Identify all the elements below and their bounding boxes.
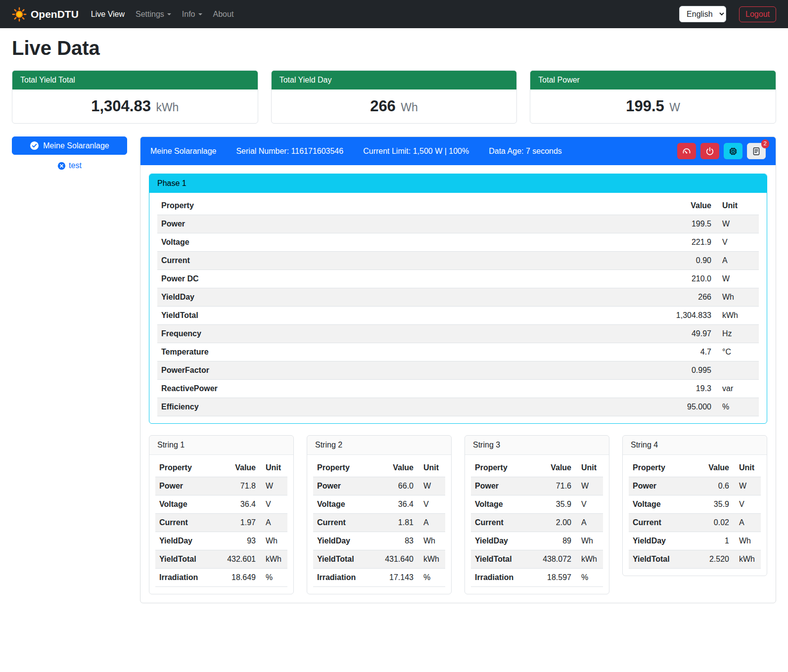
table-row: YieldTotal 431.640 kWh	[313, 550, 445, 569]
table-row: PowerFactor 0.995	[157, 361, 759, 380]
row-value: 266	[484, 288, 718, 307]
row-property: YieldTotal	[629, 550, 692, 569]
x-circle-icon	[57, 162, 66, 170]
row-value: 18.597	[529, 569, 577, 587]
table-row: YieldDay 89 Wh	[471, 532, 603, 550]
nav-item-about[interactable]: About	[208, 6, 239, 23]
language-select[interactable]: English	[679, 6, 726, 22]
table-row: Power 66.0 W	[313, 477, 445, 495]
row-value: 89	[529, 532, 577, 550]
row-property: Power	[313, 477, 371, 495]
strings-row: String 1 Property Value Unit	[149, 435, 767, 594]
row-unit: °C	[718, 343, 759, 361]
row-value: 0.02	[692, 514, 735, 532]
sun-icon	[12, 7, 27, 22]
table-header-row: Property Value Unit	[629, 459, 761, 477]
row-value: 2.520	[692, 550, 735, 569]
row-unit: V	[718, 233, 759, 252]
power-icon	[705, 147, 714, 156]
string-table: Property Value Unit Power	[313, 459, 445, 587]
column-header-unit: Unit	[262, 459, 287, 477]
column-header-value: Value	[692, 459, 735, 477]
page-content: Live Data Total Yield Total 1,304.83 kWh…	[0, 37, 788, 615]
column-header-unit: Unit	[419, 459, 445, 477]
row-unit: W	[262, 477, 287, 495]
row-value: 71.8	[214, 477, 262, 495]
row-unit: kWh	[419, 550, 445, 569]
column-header-property: Property	[629, 459, 692, 477]
table-row: Current 0.90 A	[157, 252, 759, 270]
table-row: Current 2.00 A	[471, 514, 603, 532]
row-unit: Wh	[262, 532, 287, 550]
row-value: 431.640	[371, 550, 419, 569]
nav-item-live-view[interactable]: Live View	[86, 6, 130, 23]
event-log-button[interactable]: 2	[747, 143, 766, 159]
row-property: Irradiation	[313, 569, 371, 587]
row-unit: Wh	[419, 532, 445, 550]
table-row: Frequency 49.97 Hz	[157, 325, 759, 343]
inverter-name: Meine Solaranlage	[150, 147, 216, 156]
nav-item-info[interactable]: Info	[177, 6, 208, 23]
brand-link[interactable]: OpenDTU	[12, 7, 79, 22]
row-property: ReactivePower	[157, 380, 484, 398]
row-unit: kWh	[718, 307, 759, 325]
speedometer-icon	[682, 147, 691, 156]
summary-unit: kWh	[156, 101, 179, 114]
row-unit: kWh	[735, 550, 761, 569]
row-unit: var	[718, 380, 759, 398]
nav-item-settings[interactable]: Settings	[130, 6, 177, 23]
table-row: Power 71.8 W	[155, 477, 287, 495]
inverter-serial-number: Serial Number: 116171603546	[236, 147, 343, 156]
row-unit: V	[577, 495, 603, 514]
row-value: 0.90	[484, 252, 718, 270]
phase-card-title: Phase 1	[149, 174, 767, 193]
table-row: YieldTotal 438.072 kWh	[471, 550, 603, 569]
string-card-title: String 4	[623, 436, 767, 455]
string-card-2: String 2 Property Value Unit	[307, 435, 452, 594]
logout-button[interactable]: Logout	[739, 6, 776, 22]
caret-down-icon	[167, 13, 171, 15]
limit-settings-button[interactable]	[677, 143, 696, 159]
summary-value: 199.5	[626, 97, 664, 115]
row-property: Power	[155, 477, 214, 495]
column-header-unit: Unit	[735, 459, 761, 477]
power-button[interactable]	[700, 143, 719, 159]
inverter-item-meine-solaranlage[interactable]: Meine Solaranlage	[12, 136, 127, 155]
row-value: 1.81	[371, 514, 419, 532]
column-header-unit: Unit	[577, 459, 603, 477]
table-header-row: Property Value Unit	[157, 197, 759, 215]
row-unit: V	[419, 495, 445, 514]
row-property: Efficiency	[157, 398, 484, 416]
row-property: Irradiation	[471, 569, 529, 587]
row-property: Voltage	[471, 495, 529, 514]
row-value: 0.6	[692, 477, 735, 495]
device-info-button[interactable]	[724, 143, 742, 159]
row-value: 49.97	[484, 325, 718, 343]
row-property: Current	[155, 514, 214, 532]
row-value: 2.00	[529, 514, 577, 532]
row-value: 0.995	[484, 361, 718, 380]
row-unit: A	[262, 514, 287, 532]
row-property: Voltage	[157, 233, 484, 252]
string-card-title: String 3	[465, 436, 609, 455]
row-unit: A	[718, 252, 759, 270]
row-unit: W	[735, 477, 761, 495]
column-header-property: Property	[471, 459, 529, 477]
row-property: Power	[471, 477, 529, 495]
event-count-badge: 2	[761, 139, 769, 148]
summary-card-total-power: Total Power 199.5 W	[530, 70, 776, 124]
table-row: Current 1.81 A	[313, 514, 445, 532]
table-row: Voltage 36.4 V	[155, 495, 287, 514]
nav-item-label: Settings	[136, 10, 164, 19]
phase-table: Property Value Unit Power	[157, 197, 759, 416]
inverter-sidebar: Meine Solaranlage test	[12, 136, 127, 170]
row-value: 1	[692, 532, 735, 550]
row-property: YieldDay	[313, 532, 371, 550]
row-unit: %	[262, 569, 287, 587]
row-property: YieldTotal	[313, 550, 371, 569]
table-row: Efficiency 95.000 %	[157, 398, 759, 416]
inverter-item-label: test	[69, 161, 82, 170]
inverter-item-test[interactable]: test	[12, 161, 127, 170]
top-navbar: OpenDTU Live View Settings Info About En…	[0, 0, 788, 28]
string-table: Property Value Unit Power	[155, 459, 287, 587]
